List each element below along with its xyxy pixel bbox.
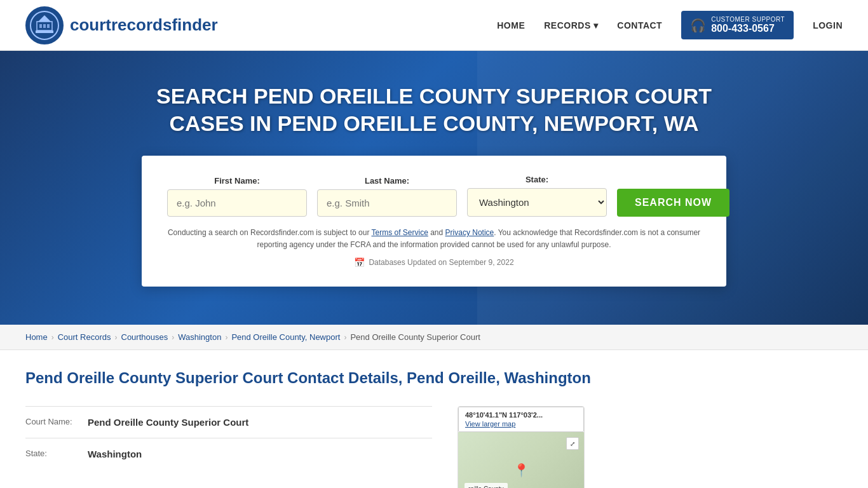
court-name-label: Court Name: xyxy=(25,417,83,426)
state-detail-value: Washington xyxy=(88,449,142,459)
support-info: CUSTOMER SUPPORT 800-433-0567 xyxy=(711,16,785,34)
first-name-input[interactable] xyxy=(167,189,307,217)
last-name-group: Last Name: xyxy=(317,176,457,217)
breadcrumb-sep-5: › xyxy=(344,333,346,342)
breadcrumb-washington[interactable]: Washington xyxy=(178,332,221,342)
logo[interactable]: courtrecordsfinder xyxy=(25,6,218,44)
first-name-group: First Name: xyxy=(167,176,307,217)
map-visual: 📍 reille Countyistrict Court ⤢ xyxy=(458,432,584,488)
nav-contact[interactable]: CONTACT xyxy=(617,20,662,30)
privacy-link[interactable]: Privacy Notice xyxy=(445,228,494,237)
view-larger-map-link[interactable]: View larger map xyxy=(465,420,577,428)
court-name-row: Court Name: Pend Oreille County Superior… xyxy=(25,406,432,438)
court-name-value: Pend Oreille County Superior Court xyxy=(88,417,248,428)
page-heading: Pend Oreille County Superior Court Conta… xyxy=(25,369,843,387)
map-tooltip: 48°10'41.1"N 117°03'2... View larger map xyxy=(458,407,584,432)
breadcrumb-sep-1: › xyxy=(51,333,54,342)
support-number: 800-433-0567 xyxy=(711,23,785,34)
support-box[interactable]: 🎧 CUSTOMER SUPPORT 800-433-0567 xyxy=(681,11,794,39)
terms-link[interactable]: Terms of Service xyxy=(372,228,428,237)
support-label: CUSTOMER SUPPORT xyxy=(711,16,785,23)
search-button[interactable]: SEARCH NOW xyxy=(617,189,729,217)
details-section: Court Name: Pend Oreille County Superior… xyxy=(25,406,843,488)
map-label: reille Countyistrict Court xyxy=(465,483,508,488)
map-expand-button[interactable]: ⤢ xyxy=(566,437,579,450)
breadcrumb-newport[interactable]: Pend Oreille County, Newport xyxy=(231,332,340,342)
breadcrumb: Home › Court Records › Courthouses › Was… xyxy=(0,325,868,350)
logo-bold-text: finder xyxy=(172,15,217,34)
state-select[interactable]: AlabamaAlaskaArizonaArkansasCaliforniaCo… xyxy=(467,188,607,217)
logo-thin-text: courtrecords xyxy=(70,15,172,34)
breadcrumb-sep-2: › xyxy=(115,333,118,342)
state-group: State: AlabamaAlaskaArizonaArkansasCalif… xyxy=(467,175,607,217)
svg-rect-6 xyxy=(43,24,46,28)
calendar-icon: 📅 xyxy=(354,257,365,268)
hero-section: SEARCH PEND OREILLE COUNTY SUPERIOR COUR… xyxy=(0,51,868,325)
breadcrumb-sep-3: › xyxy=(172,333,174,342)
headset-icon: 🎧 xyxy=(690,18,706,33)
nav-records-arrow: ▾ xyxy=(593,20,599,30)
nav-records-label: RECORDS xyxy=(544,20,591,30)
breadcrumb-courthouses[interactable]: Courthouses xyxy=(121,332,168,342)
search-fields: First Name: Last Name: State: AlabamaAla… xyxy=(167,175,701,217)
last-name-input[interactable] xyxy=(317,189,457,217)
breadcrumb-sep-4: › xyxy=(225,333,227,342)
site-header: courtrecordsfinder HOME RECORDS ▾ CONTAC… xyxy=(0,0,868,51)
db-updated-text: Databases Updated on September 9, 2022 xyxy=(369,258,513,267)
nav-home[interactable]: HOME xyxy=(497,20,525,30)
map-pin-icon: 📍 xyxy=(513,463,529,478)
map-coords: 48°10'41.1"N 117°03'2... xyxy=(465,411,577,419)
first-name-label: First Name: xyxy=(167,176,307,186)
main-content: Pend Oreille County Superior Court Conta… xyxy=(0,350,868,488)
login-button[interactable]: LOGIN xyxy=(813,20,843,30)
map-container[interactable]: 48°10'41.1"N 117°03'2... View larger map… xyxy=(458,406,585,488)
state-row: State: Washington xyxy=(25,438,432,470)
main-nav: HOME RECORDS ▾ CONTACT 🎧 CUSTOMER SUPPOR… xyxy=(497,11,843,39)
nav-records[interactable]: RECORDS ▾ xyxy=(544,20,598,30)
logo-icon xyxy=(25,6,64,44)
details-left: Court Name: Pend Oreille County Superior… xyxy=(25,406,432,488)
logo-wordmark: courtrecordsfinder xyxy=(70,15,218,35)
svg-rect-7 xyxy=(47,24,50,28)
svg-rect-5 xyxy=(39,24,42,28)
last-name-label: Last Name: xyxy=(317,176,457,186)
search-disclaimer: Conducting a search on Recordsfinder.com… xyxy=(167,227,701,251)
search-card: First Name: Last Name: State: AlabamaAla… xyxy=(142,156,726,287)
db-updated: 📅 Databases Updated on September 9, 2022 xyxy=(167,257,701,268)
details-right: 48°10'41.1"N 117°03'2... View larger map… xyxy=(458,406,585,488)
breadcrumb-court-records[interactable]: Court Records xyxy=(58,332,111,342)
state-label: State: xyxy=(467,175,607,184)
hero-title: SEARCH PEND OREILLE COUNTY SUPERIOR COUR… xyxy=(148,83,720,137)
state-detail-label: State: xyxy=(25,449,83,458)
breadcrumb-current: Pend Oreille County Superior Court xyxy=(350,332,480,342)
breadcrumb-home[interactable]: Home xyxy=(25,332,48,342)
